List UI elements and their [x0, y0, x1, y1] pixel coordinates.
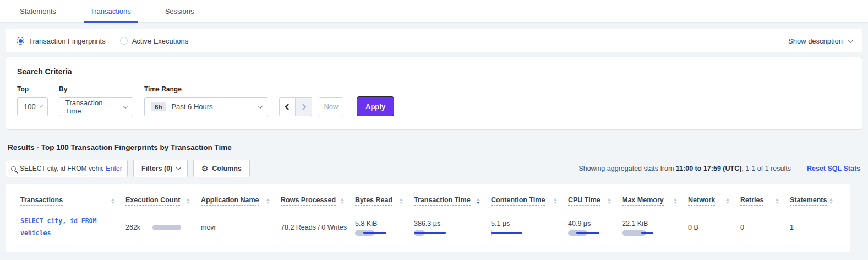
column-header-retries[interactable]: Retries	[740, 189, 790, 212]
search-box[interactable]: Enter	[6, 160, 128, 177]
sort-icon[interactable]	[266, 198, 270, 204]
now-button[interactable]: Now	[319, 97, 343, 116]
column-label: Transactions	[20, 196, 63, 206]
time-range-select[interactable]: 6h Past 6 Hours	[144, 97, 268, 116]
radio-transaction-fingerprints[interactable]: Transaction Fingerprints	[17, 37, 106, 45]
sort-icon[interactable]	[400, 198, 403, 204]
column-header-contention-time[interactable]: Contention Time	[491, 189, 568, 212]
column-header-application-name[interactable]: Application Name	[201, 189, 281, 212]
reset-sql-stats-link[interactable]: Reset SQL Stats	[807, 165, 860, 172]
column-header-bytes-read[interactable]: Bytes Read	[355, 189, 414, 212]
tab-sessions[interactable]: Sessions	[159, 0, 201, 22]
chevron-left-icon	[285, 104, 291, 110]
columns-label: Columns	[212, 165, 241, 172]
by-group: By Transaction Time	[59, 85, 133, 116]
time-range-group: Time Range 6h Past 6 Hours	[144, 85, 268, 116]
column-header-rows-processed[interactable]: Rows Processed	[281, 189, 355, 212]
cell-value: 22.1 KiB	[622, 220, 681, 228]
table-row: SELECT city, id FROM vehicles262kmovr78.…	[12, 212, 844, 243]
radio-selected-icon[interactable]	[17, 37, 24, 45]
radio-label: Active Executions	[132, 37, 189, 45]
top-label: Top	[17, 85, 48, 93]
tab-statements[interactable]: Statements	[13, 0, 63, 22]
columns-button[interactable]: ⚙ Columns	[193, 160, 250, 177]
cell-execution-count: 262k	[125, 224, 201, 231]
results-heading: Results - Top 100 Transaction Fingerprin…	[8, 143, 860, 151]
sort-icon[interactable]	[674, 198, 677, 204]
bar-chart	[355, 230, 387, 236]
radio-label: Transaction Fingerprints	[29, 37, 106, 45]
cell-bytes-read: 5.8 KiB	[355, 220, 414, 236]
column-header-execution-count[interactable]: Execution Count	[125, 189, 201, 212]
column-label: Statements	[790, 196, 827, 206]
filters-label: Filters (0)	[141, 165, 172, 172]
gear-icon: ⚙	[201, 164, 209, 173]
bar-chart	[414, 230, 446, 236]
search-input[interactable]	[20, 165, 103, 172]
time-range-badge: 6h	[151, 102, 166, 111]
show-description-toggle[interactable]: Show description	[788, 37, 851, 45]
filters-button[interactable]: Filters (0)	[133, 160, 188, 177]
show-description-label: Show description	[788, 37, 843, 45]
search-criteria-title: Search Criteria	[17, 67, 851, 76]
sort-icon[interactable]	[111, 198, 114, 204]
sort-icon[interactable]	[726, 198, 729, 204]
sort-icon[interactable]	[554, 198, 557, 204]
sort-icon[interactable]	[187, 198, 190, 204]
sort-icon[interactable]	[776, 198, 779, 204]
by-value: Transaction Time	[65, 99, 118, 115]
sort-icon[interactable]	[608, 198, 611, 204]
column-header-network[interactable]: Network	[688, 189, 740, 212]
chevron-down-icon	[40, 104, 43, 108]
cell-value: 1	[790, 224, 837, 231]
column-header-transactions[interactable]: Transactions	[12, 189, 125, 212]
column-label: Bytes Read	[355, 196, 392, 206]
cell-application-name: movr	[201, 224, 281, 231]
search-enter-button[interactable]: Enter	[106, 165, 122, 172]
column-label: Network	[688, 196, 715, 206]
cell-transactions: SELECT city, id FROM vehicles	[12, 215, 125, 240]
column-label: Transaction Time	[414, 196, 471, 206]
chevron-down-icon	[848, 37, 853, 43]
column-header-cpu-time[interactable]: CPU Time	[568, 189, 622, 212]
transaction-fingerprint-link[interactable]: SELECT city, id FROM vehicles	[20, 215, 118, 240]
column-label: Rows Processed	[281, 196, 336, 206]
cell-value: 78.2 Reads / 0 Writes	[281, 224, 348, 231]
tab-transactions[interactable]: Transactions	[84, 0, 138, 22]
sort-icon[interactable]	[341, 198, 344, 204]
table-header-row: TransactionsExecution CountApplication N…	[12, 189, 844, 212]
view-toggle-strip: Transaction Fingerprints Active Executio…	[6, 29, 862, 52]
cell-value: 40.9 µs	[568, 220, 615, 228]
column-header-transaction-time[interactable]: Transaction Time	[414, 189, 491, 212]
transactions-table: TransactionsExecution CountApplication N…	[6, 184, 850, 252]
radio-active-executions[interactable]: Active Executions	[120, 37, 189, 45]
sort-icon[interactable]	[477, 198, 480, 204]
cell-transaction-time: 386.3 µs	[414, 220, 491, 236]
cell-value: 0	[740, 224, 783, 231]
time-prev-button[interactable]	[279, 97, 296, 116]
time-next-button[interactable]	[296, 97, 312, 116]
column-header-max-memory[interactable]: Max Memory	[622, 189, 688, 212]
cell-value: movr	[201, 224, 274, 231]
stats-range: 11:00 to 17:59 (UTC)	[676, 165, 741, 172]
page-tabs: Statements Transactions Sessions	[0, 0, 868, 23]
chevron-down-icon	[123, 103, 128, 109]
column-label: CPU Time	[568, 196, 600, 206]
cell-value: 262k	[125, 224, 140, 231]
top-value: 100	[24, 102, 36, 111]
sort-icon[interactable]	[829, 198, 833, 204]
column-label: Application Name	[201, 196, 259, 206]
by-label: By	[59, 85, 133, 93]
time-range-label: Time Range	[144, 85, 268, 93]
results-toolbar: Enter Filters (0) ⚙ Columns Showing aggr…	[6, 160, 862, 177]
apply-button[interactable]: Apply	[357, 96, 394, 116]
cell-value: 0 B	[688, 224, 734, 231]
cell-cpu-time: 40.9 µs	[568, 220, 622, 236]
chevron-down-icon	[177, 166, 181, 170]
radio-unselected-icon[interactable]	[120, 37, 128, 45]
top-group: Top 100	[17, 85, 48, 116]
by-select[interactable]: Transaction Time	[59, 97, 133, 116]
column-label: Contention Time	[491, 196, 545, 206]
column-header-statements[interactable]: Statements	[790, 189, 844, 212]
top-select[interactable]: 100	[17, 97, 48, 116]
